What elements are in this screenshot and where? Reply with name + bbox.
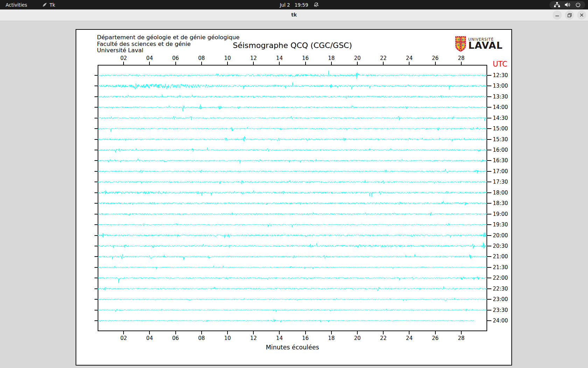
utc-time-label: 16:00 xyxy=(493,147,508,153)
quick-settings-button[interactable] xyxy=(550,1,585,9)
seismogram-trace-23:30 xyxy=(98,309,487,312)
window-titlebar[interactable]: tk xyxy=(0,9,588,21)
x-tick-label: 18 xyxy=(328,335,335,341)
row-tick-left xyxy=(94,310,98,311)
x-tick-label: 12 xyxy=(250,335,257,341)
x-tick-mark xyxy=(435,62,436,65)
x-tick-mark xyxy=(149,331,150,334)
utc-time-label: 18:30 xyxy=(493,200,508,206)
seismogram-trace-12:30 xyxy=(98,71,487,80)
row-tick-left xyxy=(94,182,98,182)
x-tick-mark xyxy=(305,331,306,334)
close-icon xyxy=(580,13,584,17)
row-tick-right xyxy=(487,139,491,140)
seismogram-trace-13:00 xyxy=(98,82,487,90)
row-tick-right xyxy=(487,118,491,118)
utc-time-label: 20:00 xyxy=(493,232,508,239)
x-tick-mark xyxy=(305,62,306,65)
row-tick-left xyxy=(94,192,98,193)
x-tick-label: 04 xyxy=(146,55,153,61)
row-tick-left xyxy=(94,203,98,204)
row-tick-right xyxy=(487,96,491,97)
row-tick-right xyxy=(487,267,491,268)
row-tick-left xyxy=(94,246,98,246)
laval-logo-large-text: LAVAL xyxy=(468,41,503,50)
row-tick-right xyxy=(487,320,491,321)
utc-time-label: 22:30 xyxy=(493,286,508,292)
utc-time-label: 17:30 xyxy=(493,179,508,185)
utc-time-label: 19:00 xyxy=(493,211,508,217)
row-tick-right xyxy=(487,214,491,214)
row-tick-left xyxy=(94,75,98,76)
row-tick-right xyxy=(487,203,491,204)
utc-time-label: 17:00 xyxy=(493,168,508,175)
row-tick-right xyxy=(487,299,491,300)
seismogram-traces xyxy=(98,65,487,331)
seismogram-trace-21:00 xyxy=(98,254,487,260)
seismogram-trace-20:30 xyxy=(98,243,487,248)
x-tick-mark xyxy=(331,331,332,334)
x-tick-label: 24 xyxy=(406,335,413,341)
x-tick-mark xyxy=(149,62,150,65)
x-tick-label: 20 xyxy=(354,55,360,61)
row-tick-left xyxy=(94,288,98,289)
row-tick-left xyxy=(94,96,98,97)
row-tick-right xyxy=(487,310,491,311)
seismogram-trace-15:30 xyxy=(98,136,487,142)
x-tick-label: 22 xyxy=(380,55,387,61)
x-tick-mark xyxy=(253,62,254,65)
row-tick-right xyxy=(487,235,491,236)
seismogram-trace-14:00 xyxy=(98,104,487,111)
close-button[interactable] xyxy=(577,11,586,20)
row-tick-right xyxy=(487,75,491,76)
x-tick-label: 04 xyxy=(146,335,153,341)
x-tick-label: 10 xyxy=(224,55,231,61)
activities-button[interactable]: Activities xyxy=(6,2,27,8)
utc-time-label: 22:00 xyxy=(493,275,508,281)
tk-feather-icon xyxy=(42,2,47,7)
seismogram-trace-24:00 xyxy=(98,319,474,322)
x-tick-mark xyxy=(123,62,124,65)
focused-app-indicator[interactable]: Tk xyxy=(42,2,55,8)
chart-title: Séismographe QCQ (CGC/GSC) xyxy=(98,41,487,50)
utc-time-label: 15:00 xyxy=(493,125,508,132)
row-tick-left xyxy=(94,107,98,108)
x-tick-mark xyxy=(383,62,384,65)
x-tick-mark xyxy=(201,331,202,334)
utc-time-label: 18:00 xyxy=(493,190,508,196)
row-tick-left xyxy=(94,278,98,278)
x-tick-label: 06 xyxy=(172,55,179,61)
clock-button[interactable]: Jul 2 19:59 xyxy=(280,2,308,8)
x-tick-label: 28 xyxy=(458,335,464,341)
minimize-button[interactable] xyxy=(553,11,562,20)
window-title: tk xyxy=(0,12,588,18)
row-tick-left xyxy=(94,150,98,150)
row-tick-left xyxy=(94,224,98,225)
laval-logo-text: UNIVERSITÉ LAVAL xyxy=(468,36,503,52)
power-icon xyxy=(575,2,581,7)
x-tick-label: 22 xyxy=(380,335,387,341)
x-axis-title: Minutes écoulées xyxy=(98,344,487,351)
row-tick-right xyxy=(487,128,491,129)
x-tick-mark xyxy=(279,331,280,334)
row-tick-left xyxy=(94,214,98,214)
universite-laval-logo: UNIVERSITÉ LAVAL xyxy=(455,36,503,52)
x-tick-mark xyxy=(123,331,124,334)
x-tick-mark xyxy=(227,62,228,65)
volume-icon xyxy=(565,2,570,7)
row-tick-right xyxy=(487,192,491,193)
seismogram-trace-21:30 xyxy=(98,266,487,269)
x-tick-label: 16 xyxy=(302,335,309,341)
row-tick-left xyxy=(94,299,98,300)
focused-app-name: Tk xyxy=(50,2,55,8)
x-tick-label: 18 xyxy=(328,55,335,61)
row-tick-left xyxy=(94,160,98,161)
x-tick-label: 06 xyxy=(172,335,179,341)
x-tick-mark xyxy=(409,331,410,334)
utc-time-label: 14:30 xyxy=(493,115,508,121)
maximize-button[interactable] xyxy=(565,11,574,20)
x-tick-label: 08 xyxy=(198,55,205,61)
maximize-icon xyxy=(567,13,572,18)
utc-time-label: 14:00 xyxy=(493,104,508,110)
window-content: Département de géologie et de génie géol… xyxy=(0,21,588,368)
